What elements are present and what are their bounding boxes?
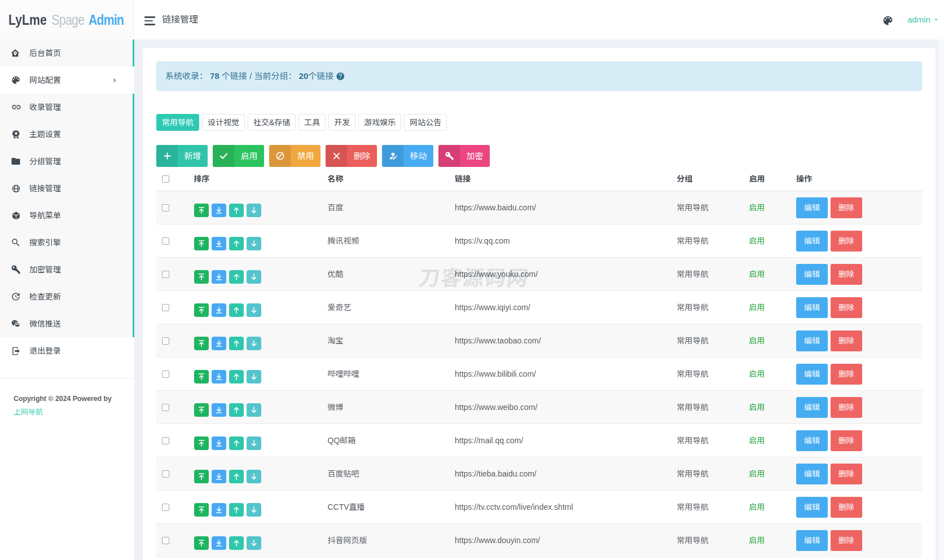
sidebar-item-palette[interactable]: 网站配置 — [0, 67, 134, 94]
sidebar-item-cube[interactable]: 导航菜单 — [0, 202, 134, 229]
sort-down-button[interactable] — [247, 370, 261, 383]
move-button[interactable]: 移动 — [382, 145, 433, 167]
sidebar-item-home[interactable]: 后台首页 — [0, 39, 134, 67]
sort-bottom-button[interactable] — [212, 536, 226, 550]
edit-button[interactable]: 编辑 — [796, 197, 828, 218]
sidebar-item-folder[interactable]: 分组管理 — [0, 148, 134, 175]
sort-down-button[interactable] — [247, 270, 261, 284]
sort-top-button[interactable] — [194, 536, 209, 550]
row-checkbox[interactable] — [162, 404, 169, 411]
delete-button[interactable]: 删除 — [831, 397, 862, 418]
tab-社交&存储[interactable]: 社交&存储 — [248, 114, 296, 131]
sidebar-item-update[interactable]: 检查更新 — [0, 283, 134, 310]
delete-button[interactable]: 删除 — [831, 231, 862, 252]
sort-bottom-button[interactable] — [212, 403, 226, 417]
help-circle-icon[interactable] — [336, 72, 345, 81]
sort-bottom-button[interactable] — [212, 237, 226, 250]
row-checkbox[interactable] — [162, 470, 169, 478]
edit-button[interactable]: 编辑 — [796, 231, 828, 252]
edit-button[interactable]: 编辑 — [796, 330, 828, 351]
sort-bottom-button[interactable] — [212, 337, 226, 350]
theme-palette-icon[interactable] — [882, 15, 894, 27]
sidebar-item-key[interactable]: 加密管理 — [0, 256, 134, 283]
sort-up-button[interactable] — [229, 204, 244, 217]
delete-button[interactable]: 删除 — [831, 197, 862, 218]
tab-游戏娱乐[interactable]: 游戏娱乐 — [358, 114, 401, 131]
sidebar-item-link[interactable]: 收录管理 — [0, 94, 134, 121]
sort-top-button[interactable] — [194, 270, 209, 284]
delete-button[interactable]: 删除 — [831, 430, 862, 451]
tab-工具[interactable]: 工具 — [298, 114, 326, 131]
add-button[interactable]: 新增 — [156, 145, 208, 167]
sort-up-button[interactable] — [229, 337, 244, 350]
sort-up-button[interactable] — [229, 536, 244, 550]
delete-button[interactable]: 删除 — [831, 264, 862, 285]
encrypt-button[interactable]: 加密 — [438, 145, 490, 167]
sort-down-button[interactable] — [247, 436, 261, 450]
sort-bottom-button[interactable] — [212, 370, 226, 383]
delete-button[interactable]: 删除 — [831, 330, 862, 351]
sort-up-button[interactable] — [229, 237, 244, 250]
sidebar-item-award[interactable]: 主题设置 — [0, 121, 134, 148]
edit-button[interactable]: 编辑 — [796, 530, 828, 551]
sort-bottom-button[interactable] — [212, 470, 226, 483]
sort-up-button[interactable] — [229, 403, 244, 417]
row-checkbox[interactable] — [162, 204, 169, 211]
edit-button[interactable]: 编辑 — [796, 430, 828, 451]
sort-top-button[interactable] — [194, 436, 209, 450]
sort-bottom-button[interactable] — [212, 270, 226, 284]
row-checkbox[interactable] — [162, 371, 169, 378]
sort-bottom-button[interactable] — [212, 503, 226, 517]
sort-top-button[interactable] — [194, 237, 209, 250]
edit-button[interactable]: 编辑 — [796, 497, 828, 518]
sort-top-button[interactable] — [194, 470, 209, 483]
sort-down-button[interactable] — [247, 536, 261, 550]
sort-top-button[interactable] — [194, 337, 209, 350]
delete-button[interactable]: 删除 — [326, 145, 377, 167]
sidebar-toggle-icon[interactable] — [144, 16, 155, 25]
sidebar-item-globe[interactable]: 链接管理 — [0, 175, 134, 202]
sidebar-item-wechat[interactable]: 微信推送 — [0, 310, 134, 337]
sort-top-button[interactable] — [194, 403, 209, 417]
sort-down-button[interactable] — [247, 237, 261, 250]
sort-down-button[interactable] — [247, 470, 261, 483]
delete-button[interactable]: 删除 — [831, 530, 862, 551]
sort-up-button[interactable] — [229, 270, 244, 284]
row-checkbox[interactable] — [162, 237, 169, 245]
sort-down-button[interactable] — [247, 337, 261, 350]
sort-bottom-button[interactable] — [212, 436, 226, 450]
row-checkbox[interactable] — [162, 504, 169, 511]
sort-top-button[interactable] — [194, 370, 209, 383]
edit-button[interactable]: 编辑 — [796, 397, 828, 418]
select-all-checkbox[interactable] — [162, 175, 169, 183]
tab-网站公告[interactable]: 网站公告 — [404, 114, 447, 131]
sort-up-button[interactable] — [229, 470, 244, 483]
enable-button[interactable]: 启用 — [213, 145, 264, 167]
user-menu[interactable]: admin — [907, 0, 939, 39]
sort-up-button[interactable] — [229, 370, 244, 383]
sort-down-button[interactable] — [247, 403, 261, 417]
copyright-link[interactable]: 上网导航 — [14, 408, 43, 416]
sort-up-button[interactable] — [229, 503, 244, 517]
sort-top-button[interactable] — [194, 503, 209, 517]
sort-bottom-button[interactable] — [212, 303, 226, 317]
sort-down-button[interactable] — [247, 303, 261, 317]
delete-button[interactable]: 删除 — [831, 497, 862, 518]
row-checkbox[interactable] — [162, 537, 169, 544]
row-checkbox[interactable] — [162, 337, 169, 345]
sort-up-button[interactable] — [229, 303, 244, 317]
sort-bottom-button[interactable] — [212, 204, 226, 217]
sort-down-button[interactable] — [247, 204, 261, 217]
tab-常用导航[interactable]: 常用导航 — [156, 114, 199, 131]
sort-top-button[interactable] — [194, 204, 209, 217]
delete-button[interactable]: 删除 — [831, 364, 862, 385]
tab-设计视觉[interactable]: 设计视觉 — [202, 114, 245, 131]
row-checkbox[interactable] — [162, 304, 169, 311]
edit-button[interactable]: 编辑 — [796, 364, 828, 385]
sidebar-item-search[interactable]: 搜索引擎 — [0, 229, 134, 256]
sort-top-button[interactable] — [194, 303, 209, 317]
sort-up-button[interactable] — [229, 436, 244, 450]
row-checkbox[interactable] — [162, 437, 169, 444]
disable-button[interactable]: 禁用 — [269, 145, 320, 167]
edit-button[interactable]: 编辑 — [796, 264, 828, 285]
